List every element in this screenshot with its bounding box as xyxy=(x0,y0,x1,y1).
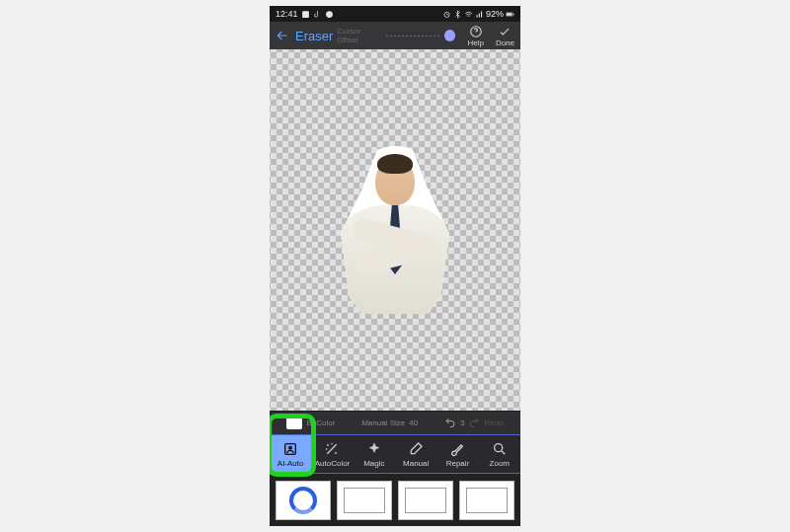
tool-label: AI-Auto xyxy=(277,459,304,468)
bgcolor-label: BgColor xyxy=(306,418,335,427)
wand-icon xyxy=(324,441,340,457)
main-toolbar: AI-Auto AutoColor Magic Manual Repair Zo… xyxy=(270,434,520,474)
tool-label: Repair xyxy=(446,459,470,468)
help-button[interactable]: Help xyxy=(467,25,483,47)
brush-icon xyxy=(449,441,465,457)
signal-icon xyxy=(475,10,484,19)
tool-label: Zoom xyxy=(490,459,510,468)
phone-screen: 12:41 92% Eraser Cursor Offset Help xyxy=(270,6,520,526)
svg-rect-5 xyxy=(514,13,514,15)
undo-count: 3 xyxy=(460,418,464,427)
tool-manual[interactable]: Manual xyxy=(395,435,436,473)
tool-ai-auto[interactable]: AI-Auto xyxy=(270,435,311,473)
tool-label: Manual xyxy=(403,459,429,468)
bgcolor-button[interactable]: BgColor xyxy=(286,418,335,429)
battery-icon xyxy=(506,10,514,19)
bgcolor-thumb-icon xyxy=(286,418,302,429)
alarm-icon xyxy=(442,10,451,19)
foreground-subject xyxy=(341,146,449,314)
tool-magic[interactable]: Magic xyxy=(354,435,395,473)
sparkle-icon xyxy=(366,441,382,457)
svg-point-9 xyxy=(494,443,502,451)
messenger-icon xyxy=(325,10,334,19)
eraser-icon xyxy=(408,441,424,457)
offset-track xyxy=(386,36,440,37)
editor-canvas[interactable] xyxy=(270,49,520,411)
undo-button[interactable] xyxy=(444,417,456,430)
thumbnail-strip xyxy=(270,474,520,526)
svg-point-1 xyxy=(326,11,333,18)
thumbnail-item[interactable] xyxy=(337,481,392,520)
manual-size-label: Manual Size xyxy=(361,418,405,427)
thumbnail-item[interactable] xyxy=(398,481,453,520)
thumbnail-item[interactable] xyxy=(276,481,331,520)
check-icon xyxy=(498,25,512,38)
tool-repair[interactable]: Repair xyxy=(436,435,478,473)
ai-auto-icon xyxy=(282,441,298,457)
tool-zoom[interactable]: Zoom xyxy=(479,435,520,473)
tiktok-icon xyxy=(313,10,322,19)
bluetooth-icon xyxy=(453,10,462,19)
redo-button[interactable] xyxy=(468,417,480,430)
battery-percent: 92% xyxy=(486,9,504,19)
help-label: Help xyxy=(467,38,483,47)
tool-label: AutoColor xyxy=(315,459,351,468)
zoom-icon xyxy=(492,441,508,457)
page-title: Eraser xyxy=(295,29,333,43)
svg-rect-0 xyxy=(302,11,309,18)
thumbnail-item[interactable] xyxy=(459,481,514,520)
tool-auto-color[interactable]: AutoColor xyxy=(311,435,353,473)
ring-icon xyxy=(289,487,317,514)
done-button[interactable]: Done xyxy=(496,25,514,47)
cursor-offset-label: Cursor Offset xyxy=(337,27,381,44)
manual-size-value: 40 xyxy=(409,418,418,427)
offset-slider-thumb[interactable] xyxy=(444,30,455,41)
back-button[interactable] xyxy=(276,29,289,42)
wifi-icon xyxy=(464,10,473,19)
gallery-icon xyxy=(301,10,310,19)
manual-size-control[interactable]: Manual Size 40 xyxy=(361,418,418,427)
done-label: Done xyxy=(496,38,514,47)
svg-rect-4 xyxy=(507,13,513,16)
secondary-toolbar: BgColor Manual Size 40 3 Redo xyxy=(270,411,520,434)
tool-label: Magic xyxy=(363,459,384,468)
subject-head xyxy=(375,158,415,205)
status-bar: 12:41 92% xyxy=(270,6,520,22)
header: Eraser Cursor Offset Help Done xyxy=(270,22,520,49)
svg-point-8 xyxy=(288,446,291,449)
clock: 12:41 xyxy=(276,9,298,19)
help-icon xyxy=(469,25,483,38)
subject-torso xyxy=(341,205,449,314)
redo-label: Redo xyxy=(484,418,503,427)
